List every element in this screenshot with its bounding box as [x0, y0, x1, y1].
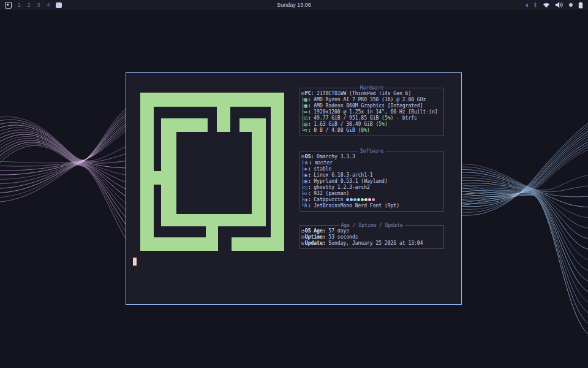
theme-color-dot [346, 198, 349, 201]
fastfetch-hardware-section: Hardware ⊡PC: 21TBCTO1WW (ThinkPad T14s … [300, 88, 444, 136]
section-title: Software [358, 148, 386, 155]
gpu-icon: ▩ [304, 103, 307, 109]
swap-percent: (0%) [358, 128, 370, 133]
fastfetch-age-section: Age / Uptime / Update ◔OS Age: 57 days ◷… [300, 225, 444, 249]
clock[interactable]: Sunday 13:06 [0, 0, 588, 10]
packages-icon: ◇ [304, 191, 307, 197]
os-row: ⊞OS: Omarchy 3.3.3 [301, 154, 442, 160]
section-title: Hardware [358, 85, 386, 91]
row-label: : [308, 197, 314, 202]
theme-color-dot [361, 198, 364, 201]
fastfetch-software-section: Software ⊞OS: Omarchy 3.3.3 ├⋔: master ├… [300, 151, 444, 212]
wifi-icon[interactable] [543, 2, 550, 8]
row-label: : [308, 191, 314, 196]
theme-color-dot [357, 198, 360, 201]
row-label: : [308, 203, 314, 209]
row-label: OS: [305, 154, 317, 159]
update-row: ↻Update: Sunday, January 25 2026 at 13:0… [301, 240, 442, 247]
row-text: 57 days [328, 228, 349, 234]
memory-row: ├▤: 1.63 GiB / 30.49 GiB (5%) [301, 121, 442, 128]
row-label: : [308, 172, 314, 178]
disk-row: ├◫: 49.77 GiB / 951.85 GiB (5%) - btrfs [301, 115, 442, 121]
branch-row: ├⋔: master [301, 160, 442, 166]
row-text: Catppuccin [314, 197, 346, 202]
kernel-row: ├◉: Linux 6.18.3-arch1-1 [301, 172, 442, 178]
row-label: : [308, 178, 314, 184]
battery-icon[interactable] [578, 2, 583, 9]
row-text-post: - btrfs [393, 115, 417, 121]
terminal-window[interactable]: Hardware ⊡PC: 21TBCTO1WW (ThinkPad T14s … [126, 72, 462, 305]
row-label: : [308, 128, 314, 133]
row-label: : [309, 160, 315, 166]
row-label: : [308, 103, 314, 109]
row-label: : [308, 185, 314, 190]
hourglass-icon: ◔ [301, 228, 304, 234]
disk-percent: (5%) [382, 115, 393, 121]
row-text: Linux 6.18.3-arch1-1 [314, 172, 372, 178]
swap-icon: ⇆ [304, 128, 307, 134]
window-manager-icon: ▣ [304, 178, 307, 185]
cpu-row: ├▦: AMD Ryzen AI 7 PRO 350 (16) @ 2.00 G… [301, 97, 442, 103]
theme-color-dot [372, 198, 375, 201]
row-text: 53 seconds [328, 234, 358, 240]
row-label: : [308, 97, 314, 102]
row-label: : [308, 166, 314, 172]
clock-icon: ◷ [301, 234, 304, 240]
theme-color-dot [350, 198, 353, 201]
cpu-icon: ▦ [304, 97, 307, 103]
git-branch-icon: ⋔ [304, 160, 309, 166]
row-text: 1920x1200 @ 1.25x in 14", 60 Hz [Built-i… [314, 109, 437, 115]
theme-row: ├◑: Catppuccin [301, 197, 442, 203]
pc-row: ⊡PC: 21TBCTO1WW (ThinkPad T14s Gen 6) [301, 91, 442, 97]
memory-percent: (5%) [375, 121, 387, 127]
row-label: Update: [305, 240, 329, 246]
top-bar: 1 2 3 4 Sunday 13:06 ‹ ᛒ [0, 0, 588, 10]
row-text: Omarchy 3.3.3 [317, 154, 355, 159]
omarchy-logo [140, 93, 284, 251]
status-dot-icon[interactable] [569, 3, 573, 7]
font-row: └A: JetBrainsMono Nerd Font (9pt) [301, 203, 442, 209]
terminal-cursor [133, 258, 137, 266]
packages-row: ├◇: 932 (pacman) [301, 191, 442, 197]
disk-icon: ◫ [304, 115, 307, 121]
row-text: stable [314, 166, 331, 172]
section-title: Age / Uptime / Update [339, 223, 404, 229]
row-text: 0 B / 4.00 GiB [314, 128, 358, 133]
os-age-row: ◔OS Age: 57 days [301, 228, 442, 234]
row-label: OS Age: [305, 228, 329, 234]
font-icon: A [304, 203, 307, 209]
system-tray: ‹ ᛒ [526, 0, 583, 10]
row-text: 1.63 GiB / 30.49 GiB [314, 121, 375, 127]
row-text: master [315, 160, 333, 166]
display-row: ├▭: 1920x1200 @ 1.25x in 14", 60 Hz [Bui… [301, 109, 442, 115]
chevron-left-icon[interactable]: ‹ [526, 2, 529, 8]
kernel-icon: ◉ [304, 172, 307, 178]
volume-icon[interactable] [556, 2, 564, 8]
row-label: Uptime: [305, 234, 329, 240]
row-text: 21TBCTO1WW (ThinkPad T14s Gen 6) [317, 91, 411, 96]
theme-color-dot [353, 198, 356, 201]
row-text: Hyprland 0.53.1 (Wayland) [314, 178, 387, 184]
swap-row: └⇆: 0 B / 4.00 GiB (0%) [301, 128, 442, 134]
desktop: 1 2 3 4 Sunday 13:06 ‹ ᛒ [0, 0, 588, 368]
refresh-icon: ↻ [301, 240, 304, 247]
row-text: AMD Ryzen AI 7 PRO 350 (16) @ 2.00 GHz [314, 97, 426, 102]
channel-row: ├◈: stable [301, 166, 442, 172]
row-label: PC: [305, 91, 317, 96]
row-text: Sunday, January 25 2026 at 13:04 [328, 240, 423, 246]
row-text: 932 (pacman) [314, 191, 349, 196]
terminal-icon: ▢ [304, 185, 307, 191]
os-icon: ⊞ [301, 154, 304, 160]
uptime-row: ◷Uptime: 53 seconds [301, 234, 442, 240]
display-icon: ▭ [304, 109, 307, 115]
row-label: : [308, 109, 314, 115]
terminal-row: ├▢: ghostty 1.2.3-arch2 [301, 185, 442, 191]
row-label: : [308, 115, 314, 121]
bluetooth-icon[interactable]: ᛒ [534, 2, 537, 8]
theme-color-dot [368, 198, 371, 201]
row-text: 49.77 GiB / 951.85 GiB [314, 115, 382, 121]
gpu-row: ├▩: AMD Radeon 860M Graphics [Integrated… [301, 103, 442, 109]
memory-icon: ▤ [304, 121, 307, 128]
row-label: : [308, 121, 314, 127]
row-text: AMD Radeon 860M Graphics [Integrated] [314, 103, 423, 109]
